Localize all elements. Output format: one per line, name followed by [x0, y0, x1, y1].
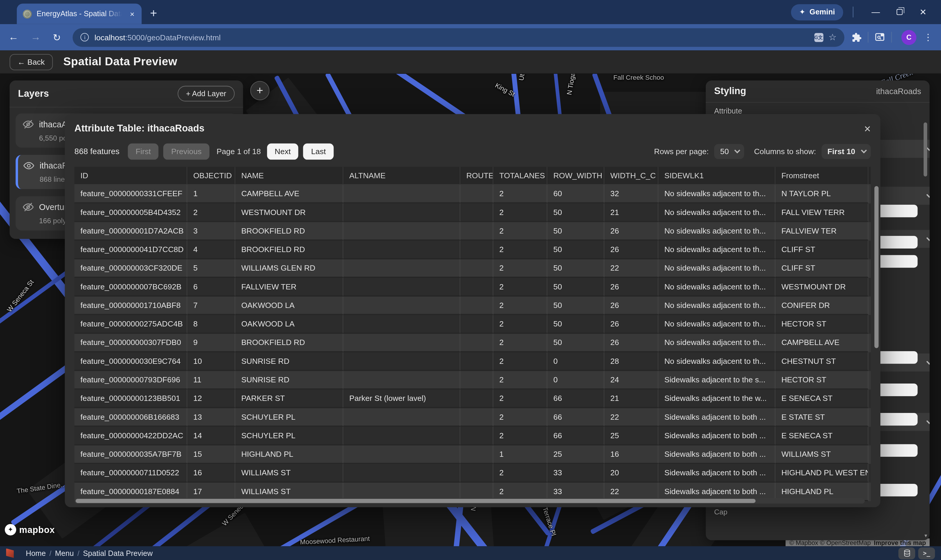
forward-nav-button[interactable]: →	[31, 31, 41, 43]
back-button[interactable]: ← Back	[10, 54, 53, 70]
table-header-row: IDOBJECTIDNAMEALTNAMEROUTETOTALANESROW_W…	[74, 167, 871, 185]
modal-close-icon[interactable]: ×	[864, 123, 871, 134]
table-row[interactable]: feature_000000000307FDB09BROOKFIELD RD25…	[74, 334, 871, 352]
profile-avatar[interactable]: C	[901, 30, 916, 45]
table-row[interactable]: feature_000000001710ABF87OAKWOOD LA25026…	[74, 297, 871, 315]
tab-close-icon[interactable]: ×	[129, 9, 136, 19]
table-row[interactable]: feature_00000000793DF69611SUNRISE RD2024…	[74, 371, 871, 389]
breadcrumb-item[interactable]: Home	[26, 549, 46, 557]
table-cell: feature_000000000307FDB0	[74, 334, 187, 352]
gemini-button[interactable]: ✦ Gemini	[791, 4, 843, 20]
previous-page-button[interactable]: Previous	[163, 143, 209, 159]
table-cell: 66	[547, 408, 604, 427]
table-cell: N TAYLOR PL	[775, 185, 868, 203]
table-cell: No sidewalks adjacent to th...	[658, 315, 775, 334]
feature-count: 868 features	[74, 147, 119, 156]
new-tab-button[interactable]: +	[150, 7, 157, 19]
table-cell: CHESTNUT ST	[775, 352, 868, 371]
table-cell	[460, 297, 493, 315]
table-cell: SUNRISE RD	[235, 352, 343, 371]
restore-button[interactable]	[897, 8, 903, 17]
columns-to-show-select[interactable]: First 10	[821, 144, 871, 159]
table-cell: 13	[187, 408, 235, 427]
next-page-button[interactable]: Next	[267, 143, 298, 159]
table-cell: 2	[494, 427, 547, 445]
table-cell: CAMPBELL AVE	[775, 334, 868, 352]
back-nav-button[interactable]: ←	[9, 31, 19, 43]
table-horizontal-scrollbar[interactable]	[74, 498, 865, 503]
column-header: ROUTE	[460, 167, 493, 184]
table-cell: feature_000000001D7A2ACB	[74, 222, 187, 241]
table-row[interactable]: feature_0000000007BC692B6FALLVIEW TER250…	[74, 278, 871, 297]
table-cell: 2	[494, 371, 547, 389]
breadcrumb-separator: /	[49, 549, 51, 557]
table-cell: E SENECA ST	[775, 427, 868, 445]
site-logo-icon	[6, 548, 14, 558]
table-row[interactable]: feature_0000000035A7BF7B15HIGHLAND PL125…	[74, 445, 871, 464]
table-row[interactable]: feature_0000000030E9C76410SUNRISE RD2028…	[74, 352, 871, 371]
breadcrumb-separator: /	[77, 549, 79, 557]
eye-off-icon[interactable]	[23, 119, 34, 130]
table-row[interactable]: feature_00000000711D052216WILLIAMS ST233…	[74, 464, 871, 483]
table-cell	[343, 259, 460, 278]
table-cell: 26	[604, 334, 658, 352]
gemini-sparkle-icon: ✦	[799, 8, 806, 17]
mapbox-logo[interactable]: ✦ mapbox	[5, 524, 55, 535]
table-row[interactable]: feature_00000000331CFEEF1CAMPBELL AVE260…	[74, 185, 871, 203]
table-vertical-scrollbar[interactable]	[874, 186, 878, 348]
table-cell: 11	[187, 371, 235, 389]
translate-icon[interactable]: G文	[814, 33, 823, 42]
browser-tab[interactable]: EnergyAtlas - Spatial Data Pre ×	[17, 3, 141, 24]
rows-per-page-select[interactable]: 50	[714, 144, 744, 159]
table-row[interactable]: feature_000000003CF320DE5WILLIAMS GLEN R…	[74, 259, 871, 278]
table-cell: 50	[547, 334, 604, 352]
eye-off-icon[interactable]	[23, 202, 34, 213]
scroll-down-icon[interactable]: ▾	[924, 532, 927, 538]
table-cell: Sidewalks adjacent to the s...	[658, 371, 775, 389]
table-row[interactable]: feature_000000006B16668313SCHUYLER PL266…	[74, 408, 871, 427]
table-row[interactable]: feature_00000000422DD2AC14SCHUYLER PL266…	[74, 427, 871, 445]
bookmark-star-icon[interactable]: ☆	[828, 32, 836, 43]
styling-scrollbar[interactable]	[924, 122, 927, 177]
table-cell	[343, 297, 460, 315]
table-cell: 50	[547, 315, 604, 334]
table-cell: Sidewalks adjacent to both ...	[658, 427, 775, 445]
table-cell	[343, 408, 460, 427]
table-cell: 2	[494, 185, 547, 203]
map-add-button[interactable]: +	[250, 81, 269, 100]
table-cell: HIGHLAND PL WEST END	[775, 464, 868, 483]
url-bar[interactable]: i localhost:5000/geoDataPreview.html G文 …	[73, 28, 844, 46]
data-source-button[interactable]	[898, 547, 915, 559]
site-info-icon[interactable]: i	[81, 33, 89, 42]
table-row[interactable]: feature_000000001D7A2ACB3BROOKFIELD RD25…	[74, 222, 871, 241]
first-page-button[interactable]: First	[128, 143, 159, 159]
reload-button[interactable]: ↻	[53, 31, 61, 43]
table-cell	[343, 203, 460, 222]
side-panel-search-icon[interactable]	[874, 32, 885, 43]
table-cell: 6	[187, 278, 235, 297]
eye-icon[interactable]	[23, 160, 34, 171]
table-row[interactable]: feature_000000005B4D43522WESTMOUNT DR250…	[74, 203, 871, 222]
table-row[interactable]: feature_00000000123BB50112PARKER STParke…	[74, 389, 871, 408]
extensions-puzzle-icon[interactable]	[852, 32, 862, 42]
breadcrumb-item[interactable]: Menu	[55, 549, 74, 557]
table-cell: 22	[604, 259, 658, 278]
stage: Utica StKing StN Tioga StFall Creek Scho…	[0, 74, 941, 546]
table-cell: SUNRISE RD	[235, 371, 343, 389]
table-row[interactable]: feature_00000000275ADC4B8OAKWOOD LA25026…	[74, 315, 871, 334]
add-layer-button[interactable]: + Add Layer	[178, 86, 235, 102]
table-cell: 25	[604, 427, 658, 445]
browser-menu-icon[interactable]: ⋮	[924, 32, 933, 43]
table-cell: 24	[604, 371, 658, 389]
minimize-button[interactable]: —	[872, 8, 880, 17]
table-cell: feature_00000000422DD2AC	[74, 427, 187, 445]
table-row[interactable]: feature_0000000041D7CC8D4BROOKFIELD RD25…	[74, 241, 871, 259]
last-page-button[interactable]: Last	[303, 143, 334, 159]
close-button[interactable]: ✕	[919, 8, 927, 17]
table-cell: 2	[494, 352, 547, 371]
terminal-button[interactable]: >_	[918, 547, 935, 559]
table-cell: 2	[494, 203, 547, 222]
columns-to-show-label: Columns to show:	[754, 147, 816, 156]
table-cell: OAKWOOD LA	[235, 315, 343, 334]
table-cell	[460, 445, 493, 464]
